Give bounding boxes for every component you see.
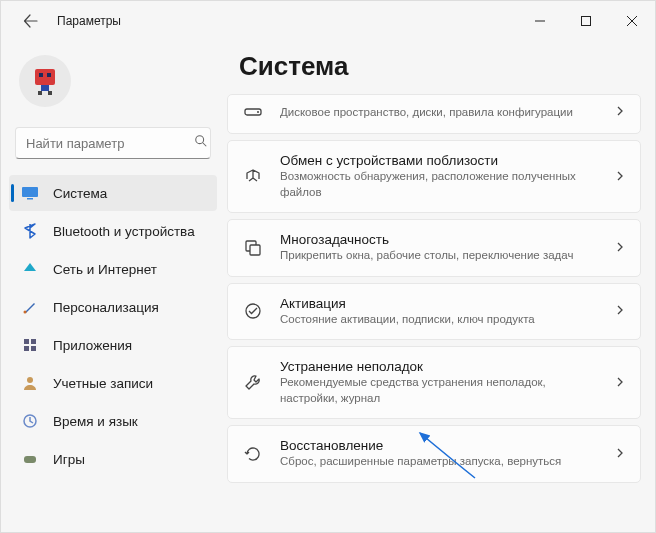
wifi-icon xyxy=(21,260,39,278)
svg-rect-9 xyxy=(27,198,33,200)
titlebar-title: Параметры xyxy=(57,14,121,28)
svg-rect-0 xyxy=(582,17,591,26)
card-multitasking[interactable]: Многозадачность Прикрепить окна, рабочие… xyxy=(227,219,641,277)
card-nearby-sharing[interactable]: Обмен с устройствами поблизости Возможно… xyxy=(227,140,641,213)
nav-label: Сеть и Интернет xyxy=(53,262,157,277)
check-circle-icon xyxy=(242,300,264,322)
nav-accounts[interactable]: Учетные записи xyxy=(9,365,217,401)
svg-rect-1 xyxy=(35,69,55,85)
close-button[interactable] xyxy=(609,1,655,41)
card-text: Активация Состояние активации, подписки,… xyxy=(280,296,598,328)
card-subtitle: Рекомендуемые средства устранения непола… xyxy=(280,375,598,406)
chevron-right-icon xyxy=(614,374,626,392)
display-icon xyxy=(21,184,39,202)
search-box[interactable] xyxy=(15,127,211,159)
chevron-right-icon xyxy=(614,239,626,257)
svg-rect-13 xyxy=(24,346,29,351)
svg-point-15 xyxy=(27,377,33,383)
card-text: Устранение неполадок Рекомендуемые средс… xyxy=(280,359,598,406)
card-recovery[interactable]: Восстановление Сброс, расширенные параме… xyxy=(227,425,641,483)
svg-rect-8 xyxy=(22,187,38,197)
nav-label: Игры xyxy=(53,452,85,467)
card-title: Многозадачность xyxy=(280,232,598,247)
svg-rect-6 xyxy=(48,91,52,95)
nav-label: Приложения xyxy=(53,338,132,353)
bluetooth-icon xyxy=(21,222,39,240)
card-subtitle: Дисковое пространство, диски, правила ко… xyxy=(280,105,598,121)
card-subtitle: Прикрепить окна, рабочие столы, переключ… xyxy=(280,248,598,264)
close-icon xyxy=(627,16,637,26)
content-area: Система Память Дисковое пространство, ди… xyxy=(221,41,655,532)
svg-point-22 xyxy=(246,304,260,318)
svg-point-10 xyxy=(24,311,27,314)
avatar xyxy=(19,55,71,107)
nav-bluetooth[interactable]: Bluetooth и устройства xyxy=(9,213,217,249)
card-activation[interactable]: Активация Состояние активации, подписки,… xyxy=(227,283,641,341)
search-icon xyxy=(194,134,208,152)
arrow-left-icon xyxy=(23,13,39,29)
svg-rect-4 xyxy=(41,85,49,91)
card-title: Устранение неполадок xyxy=(280,359,598,374)
svg-rect-14 xyxy=(31,346,36,351)
svg-rect-3 xyxy=(47,73,51,77)
avatar-robot-icon xyxy=(27,63,63,99)
nav-gaming[interactable]: Игры xyxy=(9,441,217,477)
storage-icon xyxy=(242,101,264,123)
card-subtitle: Состояние активации, подписки, ключ прод… xyxy=(280,312,598,328)
wrench-icon xyxy=(242,372,264,394)
svg-rect-12 xyxy=(31,339,36,344)
card-text: Обмен с устройствами поблизости Возможно… xyxy=(280,153,598,200)
chevron-right-icon xyxy=(614,168,626,186)
profile-section[interactable] xyxy=(9,49,217,121)
titlebar: Параметры xyxy=(1,1,655,41)
nav-personalization[interactable]: Персонализация xyxy=(9,289,217,325)
clock-icon xyxy=(21,412,39,430)
card-text: Память Дисковое пространство, диски, пра… xyxy=(280,104,598,121)
nav-label: Учетные записи xyxy=(53,376,153,391)
minimize-button[interactable] xyxy=(517,1,563,41)
main-area: Система Bluetooth и устройства Сеть и Ин… xyxy=(1,41,655,532)
svg-rect-11 xyxy=(24,339,29,344)
maximize-icon xyxy=(581,16,591,26)
chevron-right-icon xyxy=(614,302,626,320)
nav-system[interactable]: Система xyxy=(9,175,217,211)
card-subtitle: Возможность обнаружения, расположение по… xyxy=(280,169,598,200)
multitask-icon xyxy=(242,237,264,259)
apps-icon xyxy=(21,336,39,354)
share-icon xyxy=(242,166,264,188)
nav-list: Система Bluetooth и устройства Сеть и Ин… xyxy=(9,175,217,477)
maximize-button[interactable] xyxy=(563,1,609,41)
nav-label: Персонализация xyxy=(53,300,159,315)
card-title: Восстановление xyxy=(280,438,598,453)
chevron-right-icon xyxy=(614,103,626,121)
nav-network[interactable]: Сеть и Интернет xyxy=(9,251,217,287)
card-text: Восстановление Сброс, расширенные параме… xyxy=(280,438,598,470)
card-subtitle: Сброс, расширенные параметры запуска, ве… xyxy=(280,454,598,470)
settings-window: Параметры xyxy=(0,0,656,533)
card-text: Многозадачность Прикрепить окна, рабочие… xyxy=(280,232,598,264)
card-title: Обмен с устройствами поблизости xyxy=(280,153,598,168)
chevron-right-icon xyxy=(614,445,626,463)
recovery-icon xyxy=(242,443,264,465)
svg-rect-21 xyxy=(250,245,260,255)
minimize-icon xyxy=(535,16,545,26)
card-troubleshoot[interactable]: Устранение неполадок Рекомендуемые средс… xyxy=(227,346,641,419)
person-icon xyxy=(21,374,39,392)
svg-rect-2 xyxy=(39,73,43,77)
card-storage[interactable]: Память Дисковое пространство, диски, пра… xyxy=(227,94,641,134)
page-title: Система xyxy=(227,51,645,94)
nav-label: Система xyxy=(53,186,107,201)
svg-point-7 xyxy=(196,136,204,144)
back-button[interactable] xyxy=(19,9,43,33)
nav-label: Время и язык xyxy=(53,414,138,429)
nav-apps[interactable]: Приложения xyxy=(9,327,217,363)
gaming-icon xyxy=(21,450,39,468)
svg-rect-17 xyxy=(24,456,36,463)
window-controls xyxy=(517,1,655,41)
brush-icon xyxy=(21,298,39,316)
cards-list[interactable]: Память Дисковое пространство, диски, пра… xyxy=(227,94,645,489)
search-input[interactable] xyxy=(26,136,194,151)
nav-time-language[interactable]: Время и язык xyxy=(9,403,217,439)
svg-point-19 xyxy=(257,111,259,113)
sidebar: Система Bluetooth и устройства Сеть и Ин… xyxy=(1,41,221,532)
